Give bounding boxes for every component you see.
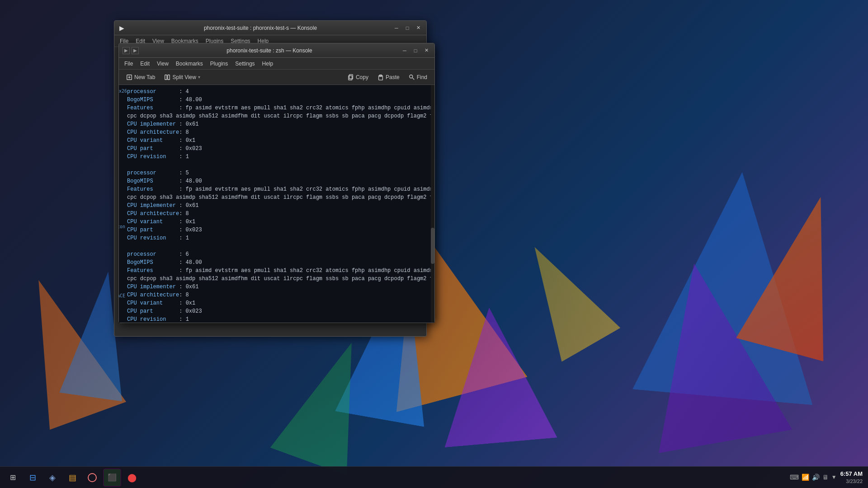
terminal-line: processor : 6: [127, 250, 431, 258]
taskbar-app-grid[interactable]: ⊞: [4, 469, 22, 487]
inner-maximize-button[interactable]: □: [411, 46, 420, 55]
copy-button[interactable]: Copy: [344, 73, 372, 82]
window-inner: ▶ ▶ phoronix-test-suite : zsh — Konsole …: [118, 43, 435, 323]
terminal-line: processor : 5: [127, 169, 431, 177]
svg-rect-3: [165, 75, 167, 80]
split-view-dropdown[interactable]: ▾: [198, 75, 200, 80]
taskbar-left: ⊞ ⊟ ◈ ▤ ⬛ ⬤: [0, 469, 141, 487]
inner-menu-file[interactable]: File: [121, 60, 137, 68]
terminal-line: CPU implementer : 0x61: [127, 202, 431, 210]
tray-battery[interactable]: ▼: [831, 474, 837, 480]
terminal-line: CPU architecture: 8: [127, 291, 431, 299]
terminal-line: CPU variant : 0x1: [127, 299, 431, 307]
inner-menu-bookmarks[interactable]: Bookmarks: [172, 60, 207, 68]
terminal-line: CPU revision : 1: [127, 315, 431, 323]
split-view-button[interactable]: Split View ▾: [160, 73, 203, 82]
inner-menu-settings[interactable]: Settings: [231, 60, 258, 68]
toolbar: New Tab Split View ▾ Copy: [119, 70, 434, 85]
outer-title-icon: ▶: [118, 24, 125, 32]
clock: 6:57 AM: [840, 470, 863, 478]
tray-display[interactable]: 🖥: [822, 474, 829, 481]
terminal-line: processor : 4: [127, 88, 431, 96]
svg-point-12: [88, 474, 96, 482]
terminal-line: CPU variant : 0x1: [127, 218, 431, 226]
terminal-line: BogoMIPS : 48.00: [127, 177, 431, 185]
terminal-line: CPU implementer : 0x61: [127, 120, 431, 128]
inner-menu-view[interactable]: View: [153, 60, 172, 68]
svg-rect-4: [168, 75, 170, 80]
outer-close-button[interactable]: ✕: [414, 23, 423, 33]
inner-window-controls: ─ □ ✕: [400, 46, 431, 55]
find-button[interactable]: Find: [405, 73, 431, 82]
terminal-line: CPU part : 0x023: [127, 145, 431, 153]
tray-network[interactable]: 📶: [802, 474, 809, 481]
inner-menubar: File Edit View Bookmarks Plugins Setting…: [119, 58, 434, 70]
search-icon: [409, 74, 415, 80]
terminal-line: CPU architecture: 8: [127, 210, 431, 218]
svg-point-9: [409, 75, 412, 78]
terminal-line: CPU part : 0x023: [127, 307, 431, 315]
terminal-line: CPU part : 0x023: [127, 226, 431, 234]
terminal-line: CPU revision : 1: [127, 234, 431, 242]
taskbar-file-manager[interactable]: ⊟: [24, 469, 42, 487]
terminal-line: cpc dcpop sha3 asimdp sha512 asimdfhm di…: [127, 275, 431, 283]
inner-titlebar: ▶ ▶ phoronix-test-suite : zsh — Konsole …: [119, 43, 434, 58]
paste-button[interactable]: Paste: [374, 73, 403, 82]
taskbar-browser[interactable]: [83, 469, 101, 487]
inner-window-title: phoronix-test-suite : zsh — Konsole: [139, 47, 400, 54]
terminal-line: Features : fp asimd evtstrm aes pmull sh…: [127, 267, 431, 275]
outer-minimize-button[interactable]: ─: [392, 23, 401, 33]
paste-icon: [377, 74, 384, 80]
scrollbar-thumb[interactable]: [431, 228, 434, 264]
svg-line-10: [412, 78, 414, 80]
terminal-line: CPU revision : 1: [127, 153, 431, 161]
taskbar-datetime[interactable]: 6:57 AM 3/23/22: [840, 470, 863, 485]
terminal-line: Features : fp asimd evtstrm aes pmull sh…: [127, 104, 431, 112]
tray-volume[interactable]: 🔊: [812, 474, 820, 481]
inner-menu-plugins[interactable]: Plugins: [207, 60, 231, 68]
terminal-content[interactable]: x26 processor : 4 BogoMIPS : 48.00 Featu…: [119, 85, 434, 323]
taskbar: ⊞ ⊟ ◈ ▤ ⬛ ⬤ ⌨ 📶 🔊: [0, 466, 868, 488]
terminal-line: BogoMIPS : 48.00: [127, 96, 431, 104]
taskbar-files[interactable]: ▤: [63, 469, 81, 487]
outer-window-title: phoronix-test-suite : phoronix-test-s — …: [129, 25, 392, 31]
date: 3/23/22: [840, 478, 863, 485]
new-tab-icon: [126, 74, 132, 80]
terminal-line: cpc dcpop sha3 asimdp sha512 asimdfhm di…: [127, 112, 431, 120]
desktop: ▶ phoronix-test-suite : phoronix-test-s …: [0, 0, 868, 488]
taskbar-system-settings[interactable]: ◈: [43, 469, 61, 487]
copy-icon: [348, 74, 354, 80]
terminal-line: CPU variant : 0x1: [127, 136, 431, 145]
terminal-line: cpc dcpop sha3 asimdp sha512 asimdfhm di…: [127, 193, 431, 202]
taskbar-terminal[interactable]: ⬛: [103, 469, 121, 487]
outer-titlebar: ▶ phoronix-test-suite : phoronix-test-s …: [114, 21, 426, 35]
inner-menu-help[interactable]: Help: [259, 60, 277, 68]
outer-window-controls: ─ □ ✕: [392, 23, 423, 33]
scrollbar[interactable]: [431, 85, 434, 323]
taskbar-app[interactable]: ⬤: [123, 469, 141, 487]
terminal-line: [127, 161, 431, 169]
taskbar-tray: ⌨ 📶 🔊 🖥 ▼: [790, 474, 837, 481]
terminal-line: [127, 242, 431, 250]
inner-minimize-button[interactable]: ─: [400, 46, 409, 55]
terminal-line: Features : fp asimd evtstrm aes pmull sh…: [127, 185, 431, 193]
inner-close-button[interactable]: ✕: [422, 46, 431, 55]
terminal-line: CPU architecture: 8: [127, 128, 431, 136]
split-view-icon: [164, 74, 170, 80]
tray-keyboard[interactable]: ⌨: [790, 474, 799, 481]
new-tab-button[interactable]: New Tab: [123, 73, 159, 82]
terminal-line: CPU implementer : 0x61: [127, 283, 431, 291]
outer-maximize-button[interactable]: □: [403, 23, 412, 33]
terminal-line: BogoMIPS : 48.00: [127, 258, 431, 267]
taskbar-right: ⌨ 📶 🔊 🖥 ▼ 6:57 AM 3/23/22: [790, 470, 868, 485]
inner-menu-edit[interactable]: Edit: [137, 60, 153, 68]
